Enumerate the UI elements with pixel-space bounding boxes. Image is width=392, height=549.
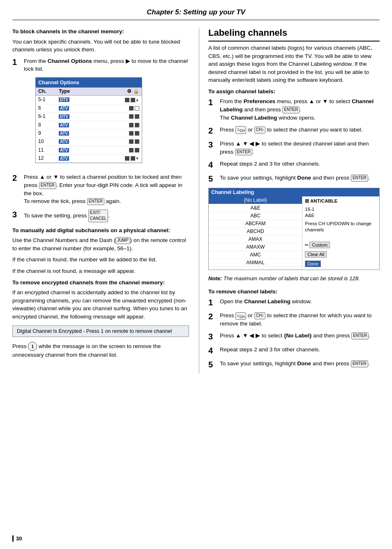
label-row-amc[interactable]: AMC <box>209 251 302 259</box>
manually-add-p2: If the channel is found, the number will… <box>12 256 189 264</box>
labeling-intro: A list of common channel labels (logos) … <box>208 44 380 84</box>
ch-num: 12 <box>38 155 59 162</box>
box-filled <box>125 156 129 161</box>
box-filled <box>129 139 134 144</box>
assign-step-5-content: To save your settings, highlight Done an… <box>220 174 380 182</box>
label-row-abc[interactable]: ABC <box>209 212 302 220</box>
box-filled <box>135 131 139 136</box>
label-row-animal[interactable]: ANIMAL <box>209 259 302 267</box>
encrypted-message-box: Digital Channel Is Encrypted - Press 1 o… <box>12 325 189 337</box>
remove-step-2: 2 Press ⌂CH or CH↕ to select the channel… <box>208 311 380 328</box>
clear-all-button[interactable]: Clear All <box>305 251 327 258</box>
ch-boxes <box>129 131 139 136</box>
channel-options-cols: Ch. Type ⚙ 🔒 <box>36 88 142 96</box>
box-filled <box>135 139 139 144</box>
labeling-col-info: ⊞ ANT/CABLE 16-1A&E Press CH UP/DOWN to … <box>302 196 379 270</box>
channel-row: 12 ATV ▼ <box>36 155 142 163</box>
box-filled <box>129 114 134 119</box>
channel-row: 11 ATV <box>36 146 142 155</box>
remove-step-num-2: 2 <box>208 311 220 321</box>
assign-step3-text: Press ▲ ▼ ◀ ▶ to select the desired chan… <box>220 141 369 155</box>
done-button[interactable]: Done <box>305 261 321 267</box>
type-badge: DTV <box>59 97 69 102</box>
step-1-block: 1 From the Channel Options menu, press ▶… <box>12 57 189 169</box>
ch-boxes <box>129 139 139 144</box>
exit-cancel-key: EXIT/CANCEL <box>88 210 108 222</box>
channel-row: 5-1 DTV ▲ <box>36 96 142 104</box>
label-row-no-label[interactable]: {No Label} <box>209 196 302 204</box>
remove-step4-text: Repeat steps 2 and 3 for other channels. <box>220 346 320 353</box>
box-filled <box>129 148 134 152</box>
custom-clear-done: ✏Custom Clear All Done <box>305 241 377 268</box>
enter-key-step3: ENTER <box>235 149 252 156</box>
step-1-content: From the Channel Options menu, press ▶ t… <box>24 57 189 169</box>
press-button-1: 1 <box>28 342 37 351</box>
ch-key-remove: ⌂CH <box>235 312 246 320</box>
enter-key-remove5: ENTER <box>351 360 368 367</box>
page-header: Chapter 5: Setting up your TV <box>12 8 380 20</box>
pencil-icon: ✏ <box>305 242 309 247</box>
label-row-amax[interactable]: AMAX <box>209 235 302 243</box>
ch-num: 10 <box>38 138 59 145</box>
channel-number-info: 16-1A&E <box>305 206 377 219</box>
assign-step5-text: To save your settings, highlight Done an… <box>220 175 370 181</box>
assign-step1-text: From the Preferences menu, press ▲ or ▼ … <box>220 98 374 113</box>
press-ch-text: Press CH UP/DOWN to change channels <box>305 221 371 233</box>
channel-number: 16-1A&E <box>305 207 314 218</box>
remove-encrypted-p1: If an encrypted channel is accidentally … <box>12 288 189 321</box>
remove-labels-heading: To remove channel labels: <box>208 288 380 296</box>
assign-step-num-4: 4 <box>208 160 220 170</box>
jump-key: JUMP <box>115 237 130 244</box>
label-row-amaxw[interactable]: AMAXW <box>209 243 302 251</box>
press-instruction: Press 1 while the message is on the scre… <box>12 342 189 359</box>
labeling-col-labels: {No Label} A&E ABC ABCFAM ABCHD AMAX AMA… <box>209 196 302 270</box>
left-column: To block channels in the channel memory:… <box>12 28 189 374</box>
col-type-header: Type <box>59 88 127 95</box>
label-row-abcfam[interactable]: ABCFAM <box>209 220 302 228</box>
assign-step2-text: Press ⌂CH or CH↕ to select the channel y… <box>220 127 363 133</box>
step-3-block: 3 To save the setting, press EXIT/CANCEL… <box>12 210 189 222</box>
remove-step-num-5: 5 <box>208 360 220 369</box>
remove-step-5-content: To save your settings, highlight Done an… <box>220 360 380 368</box>
assign-step-1-content: From the Preferences menu, press ▲ or ▼ … <box>220 97 380 122</box>
box-empty <box>135 106 139 111</box>
label-row-ae[interactable]: A&E <box>209 204 302 212</box>
lock-icon: 🔒 <box>133 88 139 95</box>
assign-step-num-2: 2 <box>208 126 220 136</box>
ch-type: ATV <box>59 122 129 129</box>
custom-btn-wrapper: ✏Custom <box>305 241 377 249</box>
ch-num: 5-1 <box>38 96 59 103</box>
box-filled <box>129 131 134 136</box>
type-badge: ATV <box>59 131 69 136</box>
ch-updown-key: CH↕ <box>254 127 265 134</box>
remove-step1-text: Open the Channel Labeling window. <box>220 298 312 304</box>
step-num-2: 2 <box>12 173 24 183</box>
remove-step-num-4: 4 <box>208 346 220 355</box>
enter-key: ENTER <box>39 182 56 189</box>
channel-labeling-table: Channel Labeling {No Label} A&E ABC ABCF… <box>208 188 380 270</box>
label-row-abchd[interactable]: ABCHD <box>209 228 302 235</box>
custom-button[interactable]: Custom <box>309 242 330 248</box>
type-badge: ATV <box>59 123 69 127</box>
type-badge: DTV <box>59 114 69 119</box>
right-column: Labeling channels A list of common chann… <box>199 28 380 374</box>
assign-step-num-5: 5 <box>208 174 220 184</box>
remove-encrypted-heading: To remove encrypted channels from the ch… <box>12 279 189 287</box>
assign-step-num-3: 3 <box>208 140 220 150</box>
ch-type: ATV <box>59 138 129 145</box>
ch-boxes <box>125 98 135 102</box>
step-2-block: 2 Press ▲ or ▼ to select a channel posit… <box>12 173 189 205</box>
encrypted-box-text: Digital Channel Is Encrypted - Press 1 o… <box>17 328 172 334</box>
remove-step-3: 3 Press ▲ ▼ ◀ ▶ to select {No Label} and… <box>208 332 380 341</box>
col-icons-header: ⚙ 🔒 <box>127 88 139 95</box>
page-title: Chapter 5: Setting up your TV <box>12 8 380 16</box>
assign-step4-text: Repeat steps 2 and 3 for other channels. <box>220 161 320 167</box>
box-filled <box>129 123 134 127</box>
enter-key2: ENTER <box>87 198 104 205</box>
remove-step-num-3: 3 <box>208 332 220 341</box>
scroll-arrow-down: ▼ <box>135 156 139 162</box>
enter-key-assign: ENTER <box>282 106 300 113</box>
ch-boxes <box>129 148 139 152</box>
step1-text: From the Channel Options menu, press ▶ t… <box>24 58 188 72</box>
remove-step-4-content: Repeat steps 2 and 3 for other channels. <box>220 346 380 354</box>
